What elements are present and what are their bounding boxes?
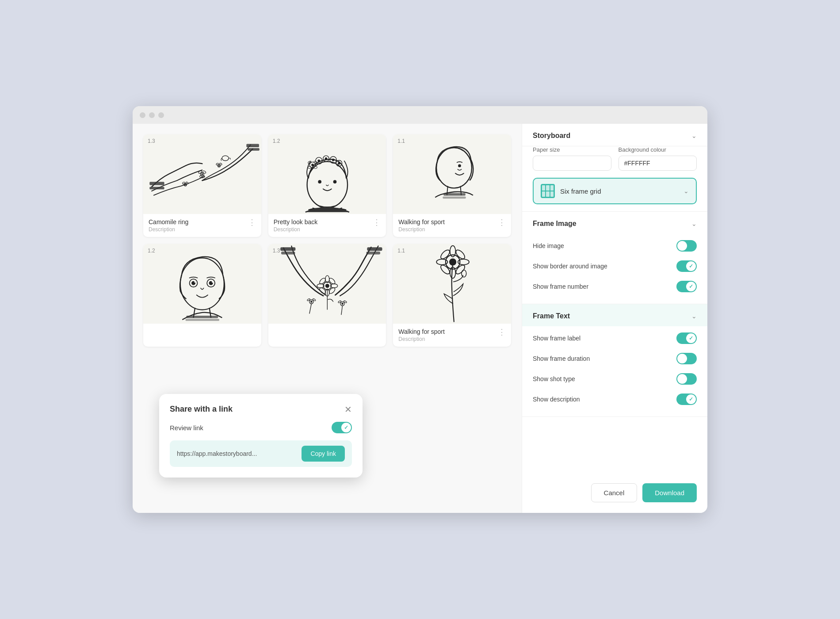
toggle-thumb: ✓ [686,333,696,343]
settings-panel: Storyboard ⌄ Paper size Background colou… [522,124,707,513]
frame-image [268,244,386,324]
frame-text-section-header[interactable]: Frame Text ⌄ [522,304,707,326]
show-frame-duration-label: Show frame duration [533,355,590,362]
frame-number: 1.3 [273,248,280,254]
svg-point-49 [194,281,196,283]
toggle-track [676,373,697,385]
storyboard-section-header[interactable]: Storyboard ⌄ [522,124,707,146]
toggle-thumb: ✓ [686,282,696,291]
svg-rect-20 [268,136,386,212]
paper-settings-row: Paper size Background colour [522,146,707,178]
toggle-thumb: ✓ [686,394,696,404]
frame-menu-button[interactable]: ⋮ [373,218,381,226]
download-button[interactable]: Download [642,483,697,502]
frame-number: 1.2 [273,138,280,144]
frame-card: 1.2 [143,244,261,347]
svg-rect-51 [186,316,218,318]
toggle-check-icon: ✓ [689,283,693,290]
close-share-modal-button[interactable]: ✕ [344,405,352,414]
svg-rect-57 [366,252,380,254]
frame-image [143,244,261,324]
toggle-check-icon: ✓ [344,424,348,431]
toggle-thumb [677,354,687,363]
toggle-track: ✓ [676,281,697,292]
title-bar [133,106,707,124]
show-frame-number-toggle[interactable]: ✓ [676,281,697,292]
show-shot-type-row: Show shot type [533,369,697,389]
frame-description: Description [398,226,445,233]
link-url-text: https://app.makestoryboard... [177,450,257,457]
show-description-toggle[interactable]: ✓ [676,394,697,405]
frame-label: Pretty look back [274,218,318,225]
show-shot-type-toggle[interactable] [676,373,697,385]
review-link-label: Review link [170,424,203,432]
svg-point-40 [458,164,461,168]
copy-link-button[interactable]: Copy link [302,446,345,462]
svg-rect-55 [281,252,295,254]
share-review-row: Review link ✓ [170,422,352,433]
frame-footer [143,324,261,333]
toggle-check-icon: ✓ [689,263,693,269]
toggle-thumb [677,374,687,384]
svg-rect-42 [443,196,466,199]
frame-footer: Camomile ring Description ⋮ [143,214,261,237]
hide-image-toggle[interactable] [676,240,697,252]
frame-image-body: Hide image Show border around image ✓ [522,234,707,304]
frame-label: Walking for sport [398,218,445,225]
svg-point-16 [218,165,220,167]
frame-footer [268,324,386,333]
grid-cell [550,185,554,191]
grid-cell [542,185,545,191]
frame-card: 1.1 [393,244,511,347]
grid-selector[interactable]: Six frame grid ⌄ [533,178,697,204]
show-border-toggle[interactable]: ✓ [676,260,697,272]
frame-image [393,134,511,214]
review-link-toggle[interactable]: ✓ [332,422,352,433]
bottom-buttons: Cancel Download [522,476,707,513]
show-frame-duration-toggle[interactable] [676,353,697,364]
grid-chevron-icon: ⌄ [683,187,689,195]
toggle-check-icon: ✓ [689,335,693,341]
frame-number: 1.1 [397,248,405,254]
svg-point-27 [325,157,327,160]
frame-footer: Pretty look back Description ⋮ [268,214,386,237]
window-dot-3 [158,112,164,118]
frame-menu-button[interactable]: ⋮ [248,218,256,226]
svg-point-73 [341,303,344,305]
frame-menu-button[interactable]: ⋮ [498,218,506,226]
cancel-button[interactable]: Cancel [591,483,638,502]
background-color-label: Background colour [619,146,697,153]
toggle-thumb: ✓ [341,423,351,432]
frame-image [393,244,511,324]
show-shot-type-label: Show shot type [533,375,575,382]
svg-point-78 [449,258,456,265]
svg-point-23 [311,164,314,166]
grid-cell [546,191,549,197]
frame-image-section-header[interactable]: Frame Image ⌄ [522,212,707,234]
background-color-input[interactable] [619,156,697,171]
frame-card: 1.3 [143,134,261,237]
frame-menu-button[interactable]: ⋮ [498,328,506,336]
show-frame-duration-row: Show frame duration [533,348,697,369]
share-modal-title: Share with a link [170,405,233,414]
frame-card: 1.2 [268,134,386,237]
frame-number: 1.2 [148,248,155,254]
show-frame-label-toggle[interactable]: ✓ [676,332,697,344]
svg-point-69 [310,301,313,303]
svg-rect-56 [367,247,382,251]
hide-image-row: Hide image [533,236,697,256]
svg-point-37 [333,180,336,183]
svg-rect-3 [246,144,259,147]
svg-point-59 [325,284,329,288]
storyboard-section-title: Storyboard [533,132,570,140]
frame-image-title: Frame Image [533,220,577,228]
svg-point-36 [318,180,321,183]
svg-point-31 [338,162,340,164]
link-box: https://app.makestoryboard... Copy link [170,440,352,467]
toggle-thumb: ✓ [686,261,696,271]
paper-size-input[interactable] [533,156,611,171]
window-dot-2 [149,112,155,118]
frames-grid: 1.3 [143,134,511,347]
show-frame-number-row: Show frame number ✓ [533,276,697,297]
svg-point-12 [185,184,186,185]
